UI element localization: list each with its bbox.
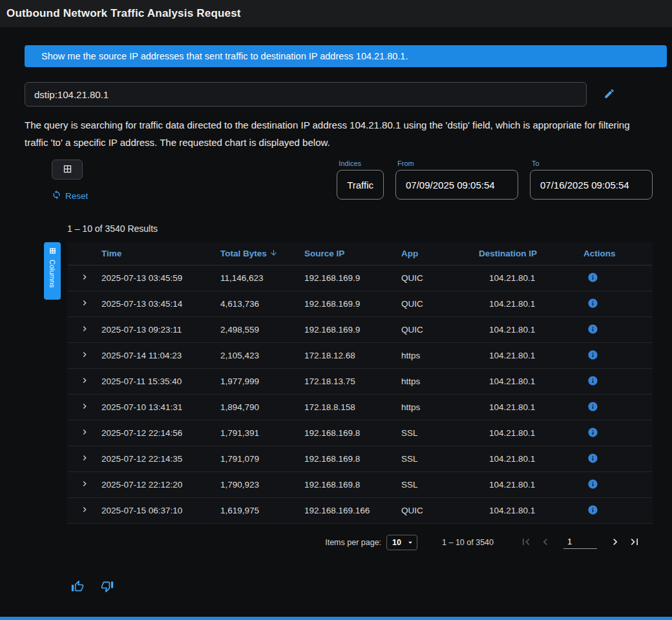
row-info-button[interactable]: [587, 504, 598, 517]
last-page-button[interactable]: [628, 535, 641, 550]
info-icon: [587, 324, 598, 336]
edit-query-button[interactable]: [604, 88, 615, 101]
to-datetime-input[interactable]: 07/16/2025 09:05:54: [530, 170, 653, 200]
first-page-button[interactable]: [520, 535, 532, 550]
results-summary: 1 – 10 of 3540 Results: [67, 223, 653, 234]
cell-app: QUIC: [401, 299, 479, 309]
cell-source-ip: 172.18.8.158: [304, 402, 401, 412]
cell-source-ip: 192.168.169.9: [304, 299, 401, 309]
cell-time: 2025-07-15 06:37:10: [101, 506, 220, 515]
items-per-page-select[interactable]: 10: [386, 535, 417, 550]
cell-total-bytes: 1,791,391: [220, 428, 304, 438]
cell-app: SSL: [401, 428, 479, 438]
chevron-right-icon: [609, 535, 622, 550]
chevron-right-icon: [79, 479, 90, 491]
column-header-destination-ip[interactable]: Destination IP: [479, 249, 583, 258]
next-page-button[interactable]: [609, 535, 622, 550]
from-label: From: [397, 160, 518, 167]
page-number-input[interactable]: [563, 537, 597, 549]
row-expand-button[interactable]: [79, 272, 90, 284]
column-header-app[interactable]: App: [401, 249, 479, 258]
row-info-button[interactable]: [587, 427, 598, 440]
title-bar: Outbound Network Traffic Analysis Reques…: [0, 0, 672, 27]
chevron-right-icon: [79, 324, 90, 336]
from-value: 07/09/2025 09:05:54: [406, 180, 495, 191]
cell-destination-ip: 104.21.80.1: [479, 506, 583, 515]
reset-button[interactable]: Reset: [52, 190, 88, 202]
cell-app: https: [401, 377, 479, 386]
row-expand-button[interactable]: [79, 401, 90, 413]
table-row: 2025-07-12 22:12:20 1,790,923 192.168.16…: [67, 472, 653, 498]
cell-app: https: [401, 351, 479, 360]
cell-total-bytes: 1,894,790: [220, 402, 304, 412]
cell-total-bytes: 4,613,736: [220, 299, 304, 309]
table-row: 2025-07-13 09:23:11 2,498,559 192.168.16…: [67, 317, 653, 343]
row-expand-button[interactable]: [79, 375, 90, 388]
cell-app: QUIC: [401, 273, 479, 283]
cell-app: https: [401, 402, 479, 412]
row-info-button[interactable]: [587, 298, 598, 311]
cell-time: 2025-07-10 13:41:31: [101, 402, 220, 412]
cell-source-ip: 172.18.12.68: [304, 351, 401, 360]
row-info-button[interactable]: [587, 479, 598, 491]
columns-grid-icon: [49, 247, 56, 256]
from-field: From 07/09/2025 09:05:54: [395, 160, 518, 200]
cell-time: 2025-07-13 03:45:59: [101, 273, 220, 283]
table-row: 2025-07-14 11:04:23 2,105,423 172.18.12.…: [67, 343, 653, 369]
thumbs-down-icon: [101, 580, 114, 595]
cell-source-ip: 192.168.169.9: [304, 273, 401, 283]
cell-source-ip: 192.168.169.8: [304, 480, 401, 490]
prompt-banner: Show me the source IP addresses that sen…: [25, 45, 667, 67]
page-title: Outbound Network Traffic Analysis Reques…: [6, 7, 241, 20]
column-header-source-ip[interactable]: Source IP: [304, 249, 401, 258]
row-info-button[interactable]: [587, 324, 598, 336]
column-header-total-bytes[interactable]: Total Bytes: [220, 249, 304, 259]
row-expand-button[interactable]: [79, 479, 90, 491]
row-info-button[interactable]: [587, 272, 598, 285]
chevron-left-icon: [539, 535, 552, 550]
indices-value: Traffic: [347, 180, 373, 191]
info-icon: [587, 298, 598, 311]
chevron-right-icon: [79, 272, 90, 284]
cell-total-bytes: 11,146,623: [220, 273, 304, 283]
info-icon: [587, 272, 598, 285]
table-row: 2025-07-12 22:14:35 1,791,079 192.168.16…: [67, 446, 653, 472]
table-row: 2025-07-11 15:35:40 1,977,999 172.18.13.…: [67, 369, 653, 395]
reset-label: Reset: [65, 191, 88, 201]
row-expand-button[interactable]: [79, 453, 90, 465]
row-info-button[interactable]: [587, 375, 598, 388]
row-info-button[interactable]: [587, 401, 598, 414]
thumbs-down-button[interactable]: [101, 580, 114, 595]
table-row: 2025-07-13 03:45:59 11,146,623 192.168.1…: [67, 265, 653, 291]
to-label: To: [532, 160, 653, 167]
cell-source-ip: 172.18.13.75: [304, 377, 401, 386]
previous-page-button[interactable]: [539, 535, 552, 550]
from-datetime-input[interactable]: 07/09/2025 09:05:54: [395, 170, 518, 200]
table-row: 2025-07-15 06:37:10 1,619,975 192.168.16…: [67, 498, 653, 524]
cell-time: 2025-07-13 09:23:11: [101, 325, 220, 335]
cell-destination-ip: 104.21.80.1: [479, 402, 583, 412]
cell-time: 2025-07-11 15:35:40: [101, 377, 220, 386]
cell-destination-ip: 104.21.80.1: [479, 428, 583, 438]
indices-select[interactable]: Traffic: [337, 170, 384, 200]
row-info-button[interactable]: [587, 453, 598, 466]
row-info-button[interactable]: [587, 349, 598, 362]
row-expand-button[interactable]: [79, 504, 90, 517]
table-view-button[interactable]: [52, 160, 83, 180]
chevron-right-icon: [79, 375, 90, 388]
info-icon: [587, 349, 598, 362]
row-expand-button[interactable]: [79, 427, 90, 439]
column-header-actions: Actions: [583, 249, 653, 258]
query-input[interactable]: [25, 82, 587, 107]
to-field: To 07/16/2025 09:05:54: [530, 160, 653, 200]
row-expand-button[interactable]: [79, 298, 90, 310]
cell-destination-ip: 104.21.80.1: [479, 377, 583, 386]
cell-destination-ip: 104.21.80.1: [479, 351, 583, 360]
columns-button[interactable]: Columns: [44, 242, 61, 300]
thumbs-up-button[interactable]: [71, 580, 84, 595]
column-header-time[interactable]: Time: [101, 249, 220, 258]
row-expand-button[interactable]: [79, 324, 90, 336]
indices-label: Indices: [339, 160, 384, 167]
chevron-right-icon: [79, 349, 90, 362]
row-expand-button[interactable]: [79, 349, 90, 362]
